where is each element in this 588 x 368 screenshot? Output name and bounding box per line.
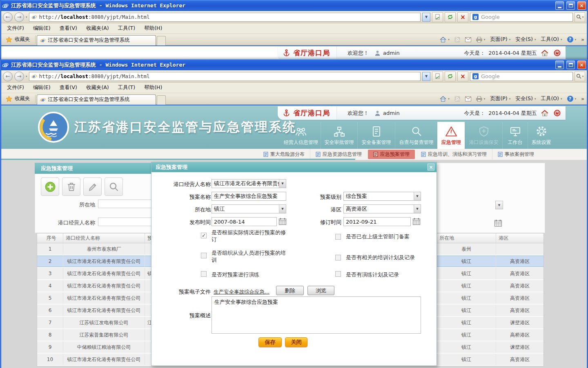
dialog-close-button[interactable]: × <box>428 164 434 171</box>
back-button[interactable]: ← <box>3 12 13 22</box>
search-box[interactable]: g Google <box>470 72 573 81</box>
refresh-button[interactable] <box>445 12 456 22</box>
menu-view[interactable]: 查看(V) <box>55 83 82 93</box>
tools-menu[interactable]: 工具(O)▾ <box>541 95 562 102</box>
safety-menu[interactable]: 安全(S)▾ <box>515 95 536 102</box>
refresh-button[interactable] <box>445 72 456 81</box>
filter-dropdown-button[interactable]: ▼ <box>495 201 503 209</box>
subnav-emergency-plan[interactable]: 应急预案管理 <box>368 150 415 159</box>
menu-help[interactable]: 帮助(H) <box>140 23 167 34</box>
nav-workbench[interactable]: 工作台 <box>502 122 528 149</box>
favorites-button[interactable]: 收藏夹 <box>2 36 34 43</box>
dropdown-arrow-icon[interactable]: ▼ <box>414 192 421 200</box>
help-menu[interactable]: ?▾ <box>567 96 577 102</box>
nav-emergency-management[interactable]: 应急管理 <box>437 122 465 149</box>
search-box[interactable]: g Google <box>470 13 573 22</box>
feed-button[interactable] <box>454 96 460 102</box>
url-dropdown-button[interactable]: ▼ <box>422 13 430 22</box>
save-button[interactable]: 保存 <box>258 337 282 347</box>
overflow-chevron-icon[interactable]: » <box>581 36 584 43</box>
plan-level-select[interactable]: 综合预案 ▼ <box>343 192 421 201</box>
subnav-emergency-resources[interactable]: 应急资源信息管理 <box>310 149 367 160</box>
close-button[interactable]: × <box>577 61 586 69</box>
menu-favorites[interactable]: 收藏夹(A) <box>82 83 114 93</box>
checkbox-filed-with-authority[interactable] <box>335 234 341 240</box>
mail-button[interactable] <box>465 37 471 42</box>
revise-date-calendar-button[interactable] <box>413 218 420 225</box>
print-button[interactable]: ▾ <box>476 37 486 43</box>
menu-view[interactable]: 查看(V) <box>55 23 82 34</box>
checkbox-plan-revision[interactable]: ✓ <box>201 233 207 238</box>
checkbox-plan-drill[interactable] <box>201 271 207 277</box>
tools-menu[interactable]: 工具(O)▾ <box>541 36 562 43</box>
checkbox-drill-records[interactable] <box>335 271 341 277</box>
compatibility-view-button[interactable] <box>432 12 443 22</box>
mail-button[interactable] <box>465 96 471 101</box>
minimize-button[interactable] <box>555 1 564 10</box>
home-shortcut[interactable] <box>540 109 549 118</box>
search-button[interactable] <box>105 177 123 196</box>
menu-help[interactable]: 帮助(H) <box>140 83 167 93</box>
logout-button[interactable] <box>552 109 561 118</box>
close-button[interactable]: × <box>577 1 586 10</box>
filter-calendar-button[interactable] <box>494 220 502 227</box>
browser-tab[interactable]: e 江苏省港口安全监管与应急管理系统 <box>37 94 156 105</box>
compatibility-view-button[interactable] <box>432 72 443 81</box>
minimize-button[interactable] <box>555 61 564 69</box>
new-tab-stub[interactable] <box>157 36 166 45</box>
browse-file-button[interactable]: 浏览 <box>307 286 334 295</box>
location-select[interactable]: 镇江 ▼ <box>212 204 286 213</box>
plan-name-input[interactable] <box>212 192 286 201</box>
home-button[interactable]: ▾ <box>440 37 450 43</box>
nav-system-settings[interactable]: 系统设置 <box>528 122 555 149</box>
menu-favorites[interactable]: 收藏夹(A) <box>82 23 114 34</box>
help-menu[interactable]: ?▾ <box>567 36 577 43</box>
home-shortcut[interactable] <box>540 49 549 58</box>
menu-tools[interactable]: 工具(T) <box>114 23 140 34</box>
maximize-button[interactable] <box>566 1 575 10</box>
forward-button[interactable]: → <box>14 72 24 81</box>
nav-operator-info[interactable]: 经营人信息管理 <box>281 122 321 149</box>
plan-file-link[interactable]: 生产安全事故综合应急... <box>214 289 270 296</box>
search-button[interactable]: ▾ <box>575 12 585 22</box>
subnav-training-drill[interactable]: 应急培训、演练和演习管理 <box>416 149 492 160</box>
nav-safety-record[interactable]: 安全备案管理 <box>357 122 395 149</box>
history-caret-icon[interactable]: ▾ <box>26 75 27 78</box>
url-dropdown-button[interactable]: ▼ <box>422 72 430 81</box>
checkbox-staff-training[interactable] <box>201 253 207 258</box>
page-menu[interactable]: 页面(P)▾ <box>490 36 510 43</box>
page-menu[interactable]: 页面(P)▾ <box>490 95 510 102</box>
operator-select[interactable]: 镇江市港龙石化港务有限责任公 ▼ <box>212 179 286 188</box>
revise-date-input[interactable] <box>343 217 411 226</box>
browser-tab[interactable]: e 江苏省港口安全监管与应急管理系统 <box>37 35 156 45</box>
menu-edit[interactable]: 编辑(E) <box>29 83 55 93</box>
port-select[interactable]: 高资港区 ▼ <box>343 204 421 213</box>
logout-button[interactable] <box>552 49 561 58</box>
delete-button[interactable] <box>62 177 80 196</box>
checkbox-training-records[interactable] <box>335 255 341 260</box>
summary-textarea[interactable]: 生产安全事故综合应急预案 <box>212 296 421 334</box>
publish-date-input[interactable] <box>212 217 277 226</box>
overflow-chevron-icon[interactable]: » <box>581 96 584 102</box>
add-button[interactable] <box>41 177 59 196</box>
maximize-button[interactable] <box>566 61 575 69</box>
forward-button[interactable]: → <box>14 12 24 22</box>
search-button[interactable]: ▾ <box>575 72 585 81</box>
back-button[interactable]: ← <box>3 72 13 81</box>
dropdown-arrow-icon[interactable]: ▼ <box>414 205 421 213</box>
url-field[interactable]: e http://localhost:8080/yjpt/Main.html <box>29 72 421 81</box>
feed-button[interactable] <box>454 37 460 43</box>
dialog-close-action-button[interactable]: 关闭 <box>285 337 307 347</box>
subnav-hazard-distribution[interactable]: 重大危险源分布 <box>258 149 310 160</box>
new-tab-stub[interactable] <box>157 95 166 105</box>
menu-edit[interactable]: 编辑(E) <box>29 23 55 34</box>
nav-self-inspection[interactable]: 自查与督查管理 <box>395 122 437 149</box>
nav-safety-approval[interactable]: 安全审批管理 <box>321 122 357 149</box>
safety-menu[interactable]: 安全(S)▾ <box>515 36 536 43</box>
menu-tools[interactable]: 工具(T) <box>114 83 140 93</box>
menu-file[interactable]: 文件(F) <box>2 23 29 34</box>
stop-button[interactable]: × <box>457 72 468 81</box>
url-field[interactable]: e http://localhost:8080/yjpt/Main.html <box>29 13 421 22</box>
nav-port-facility-security[interactable]: 港口设施保安 <box>465 122 502 149</box>
menu-file[interactable]: 文件(F) <box>2 83 29 93</box>
